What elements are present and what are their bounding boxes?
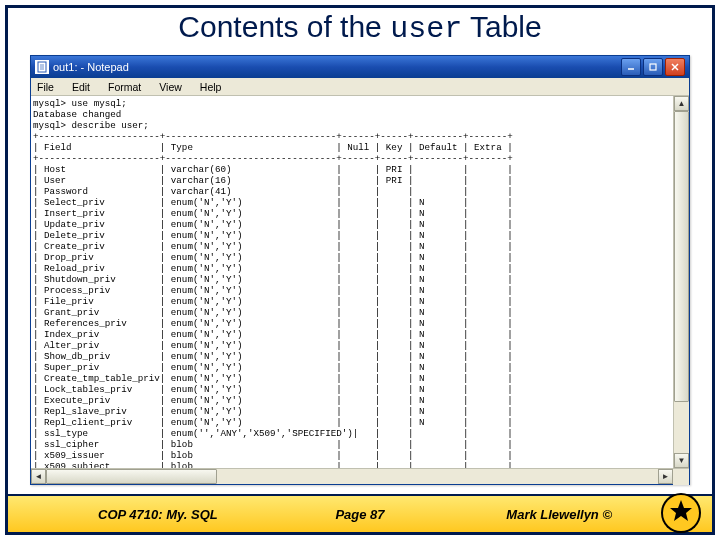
footer-author: Mark Llewellyn © <box>506 507 612 522</box>
menu-bar: File Edit Format View Help <box>31 78 689 96</box>
slide-footer: COP 4710: My. SQL Page 87 Mark Llewellyn… <box>8 494 712 532</box>
menu-help[interactable]: Help <box>196 80 226 94</box>
notepad-text[interactable]: mysql> use mysql; Database changed mysql… <box>31 96 673 468</box>
title-prefix: Contents of the <box>178 10 390 43</box>
window-titlebar: out1: - Notepad <box>31 56 689 78</box>
ucf-logo-icon <box>660 492 702 534</box>
title-suffix: Table <box>462 10 542 43</box>
menu-file[interactable]: File <box>33 80 58 94</box>
scroll-up-button[interactable]: ▲ <box>674 96 689 111</box>
footer-course: COP 4710: My. SQL <box>98 507 218 522</box>
maximize-button[interactable] <box>643 58 663 76</box>
menu-edit[interactable]: Edit <box>68 80 94 94</box>
slide-title: Contents of the user Table <box>0 10 720 46</box>
scroll-thumb-vertical[interactable] <box>674 111 689 402</box>
scroll-down-button[interactable]: ▼ <box>674 453 689 468</box>
close-button[interactable] <box>665 58 685 76</box>
menu-format[interactable]: Format <box>104 80 145 94</box>
minimize-button[interactable] <box>621 58 641 76</box>
window-title: out1: - Notepad <box>53 61 129 73</box>
scroll-right-button[interactable]: ► <box>658 469 673 484</box>
menu-view[interactable]: View <box>155 80 186 94</box>
svg-rect-5 <box>650 64 656 70</box>
scroll-track-vertical[interactable] <box>674 111 689 453</box>
scroll-track-horizontal[interactable] <box>46 469 658 484</box>
scroll-thumb-horizontal[interactable] <box>46 469 217 484</box>
title-mono: user <box>390 12 462 46</box>
scroll-left-button[interactable]: ◄ <box>31 469 46 484</box>
scroll-corner <box>673 469 689 485</box>
vertical-scrollbar[interactable]: ▲ ▼ <box>673 96 689 468</box>
footer-page: Page 87 <box>335 507 384 522</box>
notepad-icon <box>35 60 49 74</box>
horizontal-scrollbar[interactable]: ◄ ► <box>31 468 689 484</box>
notepad-window: out1: - Notepad File Edit Format View He… <box>30 55 690 485</box>
